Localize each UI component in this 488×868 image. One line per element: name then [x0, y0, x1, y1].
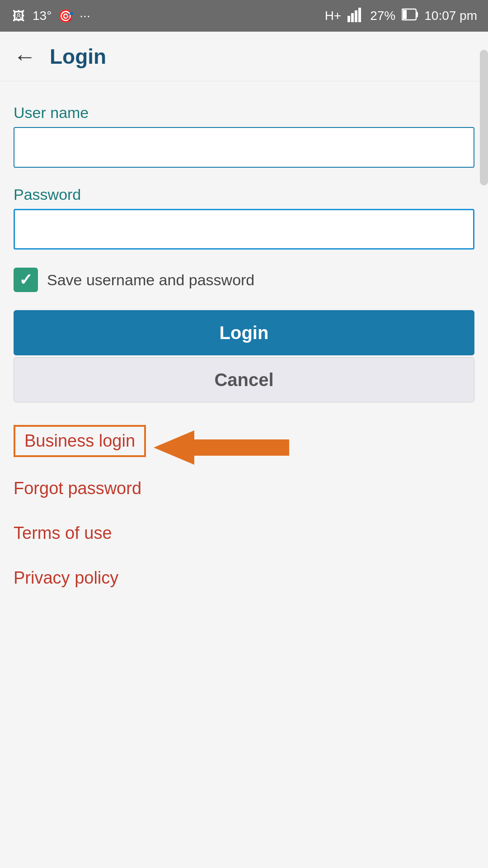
checkmark-icon: ✓: [19, 270, 33, 289]
status-left: 🖼 13° 🎯 ···: [11, 8, 90, 24]
forgot-password-link[interactable]: Forgot password: [14, 475, 474, 502]
save-credentials-row: ✓ Save username and password: [14, 268, 474, 292]
signal-icon: [347, 7, 364, 25]
location-icon: 🎯: [58, 8, 73, 24]
svg-rect-6: [403, 10, 407, 19]
svg-rect-0: [347, 16, 350, 22]
business-login-text: Business login: [24, 431, 135, 450]
main-content: User name Password ✓ Save username and p…: [0, 81, 488, 868]
svg-rect-3: [358, 8, 361, 22]
time: 10:07 pm: [424, 9, 477, 23]
svg-rect-5: [416, 12, 418, 17]
battery-icon: [402, 8, 418, 24]
svg-rect-1: [351, 13, 354, 22]
back-button[interactable]: ←: [14, 43, 36, 70]
svg-rect-2: [355, 10, 357, 22]
terms-of-use-link[interactable]: Terms of use: [14, 520, 474, 547]
status-right: H+ 27% 10:07 pm: [325, 7, 477, 25]
status-bar: 🖼 13° 🎯 ··· H+ 27% 10:07 pm: [0, 0, 488, 32]
save-credentials-label: Save username and password: [47, 271, 254, 289]
network-type: H+: [325, 9, 342, 23]
cancel-button[interactable]: Cancel: [14, 357, 474, 402]
annotation-arrow-icon: [154, 430, 289, 465]
page-title: Login: [50, 44, 106, 69]
password-label: Password: [14, 186, 474, 203]
image-icon: 🖼: [11, 8, 26, 24]
arrow-annotation: [154, 430, 289, 465]
svg-rect-8: [194, 439, 289, 456]
password-field-group: Password: [14, 186, 474, 268]
business-login-section: Business login: [14, 425, 474, 457]
scrollbar[interactable]: [480, 50, 488, 185]
username-input[interactable]: [14, 127, 474, 168]
business-login-link[interactable]: Business login: [14, 425, 146, 457]
username-label: User name: [14, 104, 474, 122]
temperature: 13°: [33, 9, 52, 23]
username-field-group: User name: [14, 104, 474, 186]
password-input[interactable]: [14, 209, 474, 250]
save-credentials-checkbox[interactable]: ✓: [14, 268, 38, 292]
privacy-policy-link[interactable]: Privacy policy: [14, 565, 474, 591]
dots-menu: ···: [80, 9, 90, 23]
app-bar: ← Login: [0, 32, 488, 81]
svg-marker-7: [154, 430, 194, 465]
login-button[interactable]: Login: [14, 310, 474, 355]
battery-percent: 27%: [370, 9, 395, 23]
